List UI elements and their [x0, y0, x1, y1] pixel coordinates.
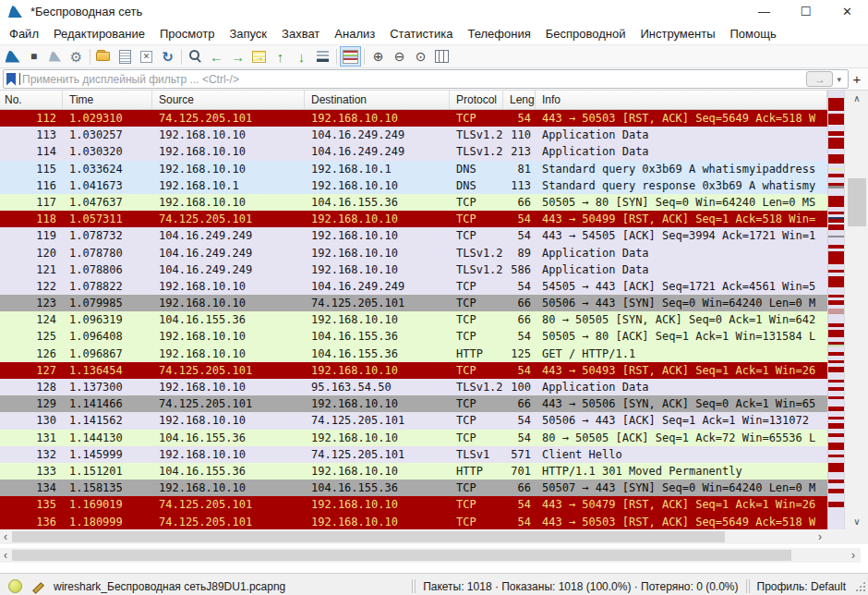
- apply-filter-button[interactable]: →: [806, 71, 833, 87]
- column-header-no[interactable]: No.: [0, 91, 63, 109]
- add-filter-button[interactable]: +: [849, 71, 865, 87]
- resize-grip[interactable]: [855, 581, 865, 591]
- column-header-destination[interactable]: Destination: [305, 91, 450, 109]
- status-right: Пакеты: 1018 · Показаны: 1018 (100.0%) ·…: [412, 579, 868, 593]
- column-header-time[interactable]: Time: [63, 91, 152, 109]
- go-top-icon[interactable]: ↑: [270, 46, 291, 67]
- packet-row-112[interactable]: 1121.02931074.125.205.101192.168.10.10TC…: [0, 110, 827, 127]
- cell-length: 66: [503, 395, 536, 412]
- packet-row-130[interactable]: 1301.141562192.168.10.1074.125.205.101TC…: [0, 412, 827, 429]
- menu-item-4[interactable]: Запуск: [222, 27, 274, 41]
- cell-protocol: TCP: [450, 211, 503, 227]
- cell-source: 192.168.10.1: [152, 177, 305, 194]
- menu-item-11[interactable]: Помощь: [723, 27, 784, 41]
- scroll-right-icon[interactable]: ›: [851, 548, 855, 563]
- stop-capture-icon[interactable]: ■: [23, 46, 44, 67]
- menu-item-1[interactable]: Файл: [2, 27, 46, 41]
- horizontal-scroll-thumb[interactable]: [12, 531, 725, 542]
- go-bottom-icon[interactable]: ↓: [291, 46, 312, 67]
- capture-gear-icon[interactable]: ⚙: [66, 46, 87, 67]
- close-button[interactable]: ✕: [826, 0, 868, 22]
- column-header-protocol[interactable]: Protocol: [450, 91, 503, 109]
- packet-row-114[interactable]: 1141.030320192.168.10.10104.16.249.249TL…: [0, 143, 827, 160]
- save-file-icon[interactable]: [115, 46, 136, 67]
- close-file-icon[interactable]: [136, 46, 157, 67]
- menu-item-3[interactable]: Просмотр: [152, 27, 222, 41]
- filter-dropdown-icon[interactable]: ▾: [833, 75, 845, 84]
- column-header-source[interactable]: Source: [152, 91, 305, 109]
- profile-label[interactable]: Профиль: Default: [757, 580, 847, 593]
- colorize-icon[interactable]: [340, 46, 361, 67]
- cell-length: 213: [503, 143, 536, 160]
- scroll-left-icon[interactable]: ‹: [4, 529, 7, 544]
- packet-row-113[interactable]: 1131.030257192.168.10.10104.16.249.249TL…: [0, 127, 827, 143]
- packet-row-122[interactable]: 1221.078822192.168.10.10104.16.249.249TC…: [0, 278, 827, 295]
- cell-length: 54: [503, 514, 536, 530]
- capture-options-icon[interactable]: [44, 46, 66, 67]
- open-file-icon[interactable]: [93, 46, 115, 67]
- packet-row-116[interactable]: 1161.041673192.168.10.1192.168.10.10DNS1…: [0, 177, 827, 194]
- zoom-in-icon[interactable]: ⊕: [368, 46, 389, 67]
- packet-minimap[interactable]: [827, 91, 844, 529]
- scroll-left-icon[interactable]: ‹: [4, 548, 7, 563]
- horizontal-scrollbar-list[interactable]: ‹ ›: [0, 529, 827, 544]
- packet-row-118[interactable]: 1181.05731174.125.205.101192.168.10.10TC…: [0, 211, 827, 227]
- filter-bar: Применить дисплейный фильтр ... <Ctrl-/>…: [0, 68, 868, 91]
- scroll-up-icon[interactable]: ∧: [845, 91, 868, 105]
- packet-row-126[interactable]: 1261.096867192.168.10.10104.16.155.36HTT…: [0, 346, 827, 362]
- packet-row-136[interactable]: 1361.18099974.125.205.101192.168.10.10TC…: [0, 514, 827, 530]
- vertical-scroll-thumb[interactable]: [848, 178, 866, 226]
- packet-row-134[interactable]: 1341.158135192.168.10.10104.16.155.36TCP…: [0, 480, 827, 496]
- scroll-right-icon[interactable]: ›: [818, 529, 822, 544]
- menu-item-5[interactable]: Захват: [274, 27, 327, 41]
- menu-item-10[interactable]: Инструменты: [633, 27, 722, 41]
- cell-time: 1.137300: [63, 379, 152, 395]
- capture-comment-icon[interactable]: [31, 580, 44, 593]
- maximize-button[interactable]: ☐: [785, 0, 826, 22]
- reload-icon[interactable]: ↻: [157, 46, 178, 67]
- packet-row-131[interactable]: 1311.144130104.16.155.36192.168.10.10TCP…: [0, 430, 827, 446]
- scroll-down-icon[interactable]: ∨: [845, 515, 868, 528]
- autoscroll-icon[interactable]: [312, 46, 333, 67]
- display-filter-input[interactable]: Применить дисплейный фильтр ... <Ctrl-/>…: [3, 69, 849, 89]
- packet-row-115[interactable]: 1151.033624192.168.10.10192.168.10.1DNS8…: [0, 161, 827, 177]
- menu-item-7[interactable]: Статистика: [382, 27, 460, 41]
- packet-row-132[interactable]: 1321.145999192.168.10.1074.125.205.101TL…: [0, 446, 827, 463]
- horizontal-scroll-thumb[interactable]: [12, 550, 791, 561]
- go-to-packet-icon[interactable]: [248, 46, 270, 67]
- zoom-out-icon[interactable]: ⊖: [389, 46, 410, 67]
- packet-row-128[interactable]: 1281.137300192.168.10.1095.163.54.50TLSv…: [0, 379, 827, 395]
- cell-length: 701: [503, 463, 536, 480]
- cell-destination: 192.168.10.10: [305, 514, 450, 530]
- packet-row-120[interactable]: 1201.078780104.16.249.249192.168.10.10TL…: [0, 245, 827, 261]
- zoom-reset-icon[interactable]: ⊙: [410, 46, 431, 67]
- cell-protocol: TCP: [450, 311, 503, 328]
- packet-row-135[interactable]: 1351.16901974.125.205.101192.168.10.10TC…: [0, 496, 827, 513]
- column-header-info[interactable]: Info: [536, 91, 827, 109]
- menu-item-2[interactable]: Редактирование: [46, 27, 152, 41]
- packet-row-123[interactable]: 1231.079985192.168.10.1074.125.205.101TC…: [0, 295, 827, 311]
- minimize-button[interactable]: —: [743, 0, 785, 22]
- expert-info-icon[interactable]: [8, 579, 22, 593]
- start-capture-icon[interactable]: [2, 46, 23, 67]
- menu-item-6[interactable]: Анализ: [327, 27, 382, 41]
- go-back-icon[interactable]: ←: [206, 46, 227, 67]
- filter-bookmark-icon[interactable]: [6, 73, 16, 86]
- packet-row-129[interactable]: 1291.14146674.125.205.101192.168.10.10TC…: [0, 395, 827, 412]
- packet-row-124[interactable]: 1241.096319104.16.155.36192.168.10.10TCP…: [0, 311, 827, 328]
- column-header-length[interactable]: Length: [503, 91, 536, 109]
- go-forward-icon[interactable]: →: [227, 46, 248, 67]
- packet-row-119[interactable]: 1191.078732104.16.249.249192.168.10.10TC…: [0, 227, 827, 244]
- find-packet-icon[interactable]: [185, 46, 206, 67]
- packet-row-125[interactable]: 1251.096408192.168.10.10104.16.155.36TCP…: [0, 328, 827, 345]
- vertical-scrollbar[interactable]: ∧ ∨: [844, 91, 868, 529]
- go-back-icon-glyph: ←: [210, 50, 223, 64]
- menu-item-8[interactable]: Телефония: [460, 27, 537, 41]
- resize-columns-icon[interactable]: [431, 46, 452, 67]
- packet-row-127[interactable]: 1271.13645474.125.205.101192.168.10.10TC…: [0, 362, 827, 379]
- packet-row-133[interactable]: 1331.151201104.16.155.36192.168.10.10HTT…: [0, 463, 827, 480]
- horizontal-scrollbar-lower[interactable]: ‹ ›: [0, 548, 861, 563]
- packet-row-121[interactable]: 1211.078806104.16.249.249192.168.10.10TL…: [0, 261, 827, 278]
- packet-row-117[interactable]: 1171.047637192.168.10.10104.16.155.36TCP…: [0, 194, 827, 211]
- menu-item-9[interactable]: Беспроводной: [538, 27, 633, 41]
